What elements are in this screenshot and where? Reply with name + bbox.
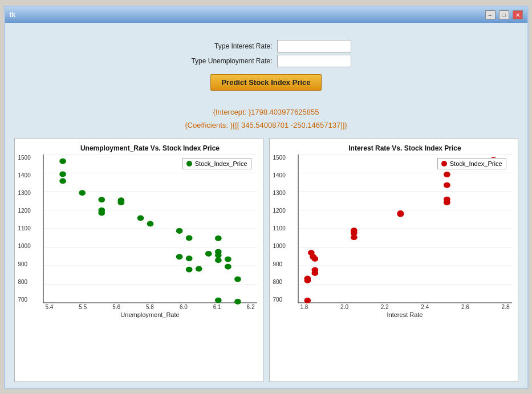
chart2-y-axis: 1500 1400 1300 1200 1100 1000 900 800 70… bbox=[273, 155, 286, 303]
chart1-legend: Stock_Index_Price bbox=[182, 158, 251, 169]
titlebar: tk – □ ✕ bbox=[5, 7, 527, 23]
content-area: Type Interest Rate: Type Unemployment Ra… bbox=[5, 23, 527, 388]
chart1-container: Unemployment_Rate Vs. Stock Index Price … bbox=[14, 138, 263, 382]
svg-point-36 bbox=[214, 298, 221, 303]
svg-point-28 bbox=[205, 251, 212, 257]
intercept-result: {Intercept: }1798.403977625855 bbox=[5, 105, 527, 119]
close-button[interactable]: ✕ bbox=[513, 10, 523, 19]
svg-point-15 bbox=[98, 197, 105, 202]
interest-rate-row: Type Interest Rate: bbox=[181, 40, 351, 52]
main-window: tk – □ ✕ Type Interest Rate: Type Unempl… bbox=[4, 6, 529, 389]
svg-point-34 bbox=[225, 263, 232, 269]
chart1-svg bbox=[43, 155, 257, 303]
svg-point-11 bbox=[59, 158, 66, 164]
svg-point-59 bbox=[350, 234, 357, 240]
interest-rate-input[interactable] bbox=[277, 40, 351, 52]
svg-point-25 bbox=[185, 255, 192, 261]
svg-point-26 bbox=[185, 267, 192, 273]
svg-point-12 bbox=[59, 171, 66, 177]
minimize-button[interactable]: – bbox=[485, 10, 496, 19]
chart2-xlabel-text: Interest Rate bbox=[298, 311, 512, 318]
window-title: tk bbox=[10, 11, 482, 19]
svg-point-27 bbox=[195, 266, 202, 271]
svg-point-33 bbox=[225, 256, 232, 262]
charts-section: Unemployment_Rate Vs. Stock Index Price … bbox=[5, 132, 527, 388]
chart1-legend-label: Stock_Index_Price bbox=[195, 160, 247, 167]
svg-point-65 bbox=[444, 200, 450, 205]
chart2-area: 1500 1400 1300 1200 1100 1000 900 800 70… bbox=[298, 155, 512, 303]
chart1-area: 1500 1400 1300 1200 1100 1000 900 800 70… bbox=[43, 155, 257, 303]
chart2-container: Interest Rate Vs. Stock Index Price 1500… bbox=[269, 138, 518, 382]
chart2-legend-dot bbox=[441, 161, 447, 166]
svg-point-22 bbox=[176, 228, 182, 234]
unemployment-rate-label: Type Unemployment Rate: bbox=[181, 57, 273, 65]
svg-point-37 bbox=[234, 299, 241, 304]
svg-point-29 bbox=[214, 235, 221, 241]
svg-point-19 bbox=[117, 197, 124, 203]
svg-point-21 bbox=[147, 221, 153, 226]
chart1-legend-dot bbox=[186, 161, 192, 166]
svg-point-23 bbox=[185, 235, 192, 241]
svg-point-63 bbox=[444, 182, 450, 188]
unemployment-rate-row: Type Unemployment Rate: bbox=[181, 55, 351, 67]
svg-point-62 bbox=[444, 172, 450, 177]
chart1-xlabel-text: Unemployment_Rate bbox=[43, 311, 257, 318]
chart2-x-label: 1.8 2.0 2.2 2.4 2.6 2.8 Interest Rate bbox=[298, 304, 512, 318]
interest-rate-label: Type Interest Rate: bbox=[181, 42, 273, 50]
predict-button[interactable]: Predict Stock Index Price bbox=[210, 74, 321, 91]
maximize-button[interactable]: □ bbox=[499, 10, 509, 19]
svg-point-13 bbox=[59, 178, 66, 184]
unemployment-rate-input[interactable] bbox=[277, 55, 351, 67]
chart1-x-label: 5.4 5.5 5.6 5.8 6.0 6.1 6.2 Unemployment… bbox=[43, 304, 257, 318]
svg-point-20 bbox=[137, 215, 144, 221]
results-section: {Intercept: }1798.403977625855 {Coeffici… bbox=[5, 105, 527, 132]
svg-point-56 bbox=[311, 267, 318, 273]
chart2-legend-label: Stock_Index_Price bbox=[450, 160, 502, 167]
svg-point-17 bbox=[98, 210, 105, 216]
chart1-y-axis: 1500 1400 1300 1200 1100 1000 900 800 70… bbox=[18, 155, 31, 303]
svg-point-49 bbox=[304, 298, 311, 303]
svg-point-14 bbox=[79, 190, 86, 196]
coefficients-result: {Coefficients: }{[[ 345.54008701 -250.14… bbox=[5, 119, 527, 132]
form-section: Type Interest Rate: Type Unemployment Ra… bbox=[5, 34, 527, 96]
chart2-title: Interest Rate Vs. Stock Index Price bbox=[298, 144, 512, 152]
chart1-title: Unemployment_Rate Vs. Stock Index Price bbox=[43, 144, 257, 152]
svg-point-51 bbox=[304, 278, 311, 283]
svg-point-55 bbox=[311, 256, 318, 262]
svg-point-24 bbox=[176, 254, 182, 259]
chart2-legend: Stock_Index_Price bbox=[437, 158, 506, 169]
svg-point-35 bbox=[234, 277, 241, 282]
svg-point-32 bbox=[214, 257, 221, 263]
chart2-svg bbox=[298, 155, 512, 303]
svg-point-61 bbox=[397, 211, 404, 217]
